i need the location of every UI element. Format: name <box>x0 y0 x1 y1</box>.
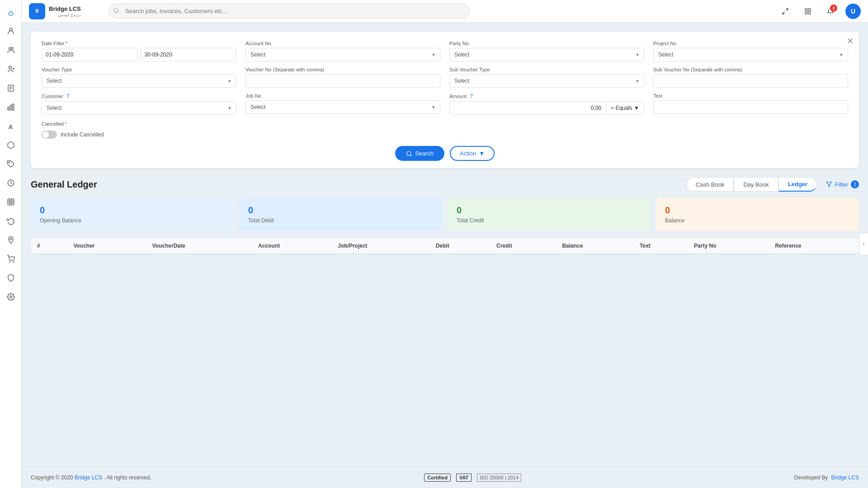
sidebar-item-box[interactable] <box>2 137 19 155</box>
sub-voucher-no-group: Sub Voucher No (Separate with comma) <box>653 67 848 88</box>
svg-line-27 <box>783 12 785 14</box>
opening-balance-label: Opening Balance <box>40 217 225 224</box>
equals-btn[interactable]: = Equals ▼ <box>606 101 644 115</box>
sidebar-item-tag[interactable] <box>2 156 19 174</box>
svg-rect-11 <box>10 105 11 110</box>
text-group: Text <box>653 93 848 115</box>
voucher-no-label: Voucher No (Separate with comma) <box>245 67 440 72</box>
notification-btn[interactable]: 2 <box>823 4 838 19</box>
close-filter-btn[interactable]: ✕ <box>847 36 854 46</box>
sidebar-item-assignment[interactable] <box>2 80 19 98</box>
copyright-text: Copyright © 2020 <box>31 474 73 481</box>
global-search-input[interactable] <box>108 4 470 19</box>
home-icon: ⊙ <box>8 9 14 18</box>
refresh-icon <box>7 217 15 227</box>
customer-help-icon[interactable]: ? <box>66 93 70 99</box>
sidebar-item-group[interactable] <box>2 42 19 60</box>
sidebar-item-cart[interactable] <box>2 251 19 268</box>
account-no-label: Account No <box>245 41 440 46</box>
stat-total-credit: 0 Total Credit <box>448 198 651 231</box>
party-no-label: Party No <box>449 41 644 46</box>
svg-point-3 <box>9 66 11 69</box>
brand-name: Bridge LCS <box>49 5 81 12</box>
col-debit: Debit <box>429 238 490 254</box>
customer-select-wrapper: Select ▼ <box>42 101 236 115</box>
voucher-no-group: Voucher No (Separate with comma) <box>245 67 440 88</box>
voucher-type-select[interactable]: Select <box>42 74 236 88</box>
text-label: Text <box>653 93 848 99</box>
svg-point-32 <box>407 151 411 155</box>
table-header-row: # Voucher VoucherDate Account Job/Projec… <box>31 238 859 254</box>
sub-voucher-type-select[interactable]: Select <box>449 74 644 88</box>
sidebar-item-person[interactable] <box>2 23 19 41</box>
amount-label: Amount ? <box>449 93 644 99</box>
account-no-select[interactable]: Select <box>245 48 440 61</box>
sub-voucher-no-input[interactable] <box>653 74 848 88</box>
expand-btn[interactable] <box>778 4 793 19</box>
svg-point-20 <box>10 238 12 240</box>
right-collapse-handle[interactable]: ‹ <box>859 233 868 255</box>
sidebar-item-bar-chart[interactable] <box>2 99 19 117</box>
account-no-select-wrapper: Select ▼ <box>245 48 440 61</box>
action-btn[interactable]: Action ▼ <box>450 146 495 161</box>
amount-input-group: = Equals ▼ <box>449 101 644 115</box>
sidebar-item-person-add[interactable] <box>2 61 19 79</box>
sidebar-item-location[interactable] <box>2 232 19 249</box>
text-input[interactable] <box>653 100 848 114</box>
gear-icon <box>7 293 15 303</box>
sub-voucher-type-label: Sub Voucher Type <box>449 67 644 72</box>
search-btn[interactable]: Search <box>395 146 444 161</box>
date-start-input[interactable] <box>42 48 138 61</box>
date-end-input[interactable] <box>141 48 237 61</box>
sidebar-item-gear[interactable] <box>2 289 19 306</box>
job-no-select[interactable]: Select <box>245 100 440 114</box>
customer-label: Customer ? <box>42 93 236 99</box>
clock-icon <box>7 179 15 189</box>
equals-dropdown-icon: ▼ <box>634 105 639 111</box>
customer-select[interactable]: Select <box>42 101 236 115</box>
search-icon <box>113 7 119 15</box>
sidebar-item-clock[interactable] <box>2 175 19 192</box>
stats-grid: 0 Opening Balance 0 Total Debit 0 Total … <box>31 198 859 231</box>
svg-point-24 <box>114 8 118 12</box>
footer-brand-link[interactable]: Bridge LCS <box>75 474 102 481</box>
developed-by-text: Developed By <box>794 474 828 481</box>
sidebar-item-shield[interactable] <box>2 270 19 287</box>
include-cancelled-toggle[interactable] <box>42 131 57 139</box>
ledger-header: General Ledger Cash Book Day Book Ledger <box>31 177 859 192</box>
sub-voucher-no-label: Sub Voucher No (Separate with comma) <box>653 67 848 72</box>
party-no-select[interactable]: Select <box>449 48 644 61</box>
date-filter-group: Date Filter* <box>42 41 236 61</box>
project-no-select[interactable]: Select <box>653 48 848 61</box>
total-credit-label: Total Credit <box>457 217 642 224</box>
sidebar-item-table[interactable] <box>2 194 19 211</box>
col-job-project: Job/Project <box>331 238 429 254</box>
toggle-knob <box>42 131 49 138</box>
stat-total-debit: 0 Total Debit <box>239 198 442 231</box>
tab-day-book[interactable]: Day Book <box>734 177 778 192</box>
filter-badge-btn[interactable]: Filter 2 <box>826 180 859 188</box>
ledger-data-table: # Voucher VoucherDate Account Job/Projec… <box>31 238 859 254</box>
global-search <box>108 4 470 19</box>
svg-point-13 <box>9 162 9 163</box>
svg-marker-34 <box>826 182 832 187</box>
total-credit-value: 0 <box>457 205 642 216</box>
amount-input[interactable] <box>449 101 606 115</box>
tab-cash-book[interactable]: Cash Book <box>686 177 734 192</box>
topnav-right: 2 U <box>778 4 861 19</box>
cart-icon <box>7 255 15 265</box>
amount-help-icon[interactable]: ? <box>470 93 473 99</box>
tab-ledger[interactable]: Ledger <box>778 177 817 192</box>
job-no-select-wrapper: Select ▼ <box>245 100 440 114</box>
account-no-group: Account No Select ▼ <box>245 41 440 61</box>
notification-badge: 2 <box>830 5 837 12</box>
grid-btn[interactable] <box>800 4 816 19</box>
avatar[interactable]: U <box>845 4 861 19</box>
col-text: Text <box>633 238 688 254</box>
sidebar-item-font[interactable]: A <box>2 118 19 136</box>
sidebar-item-home[interactable]: ⊙ <box>2 5 19 22</box>
footer-dev-link[interactable]: Bridge LCS <box>831 474 859 481</box>
voucher-no-input[interactable] <box>245 74 440 88</box>
sidebar-item-refresh[interactable] <box>2 213 19 230</box>
collapse-icon: ‹ <box>863 241 865 247</box>
